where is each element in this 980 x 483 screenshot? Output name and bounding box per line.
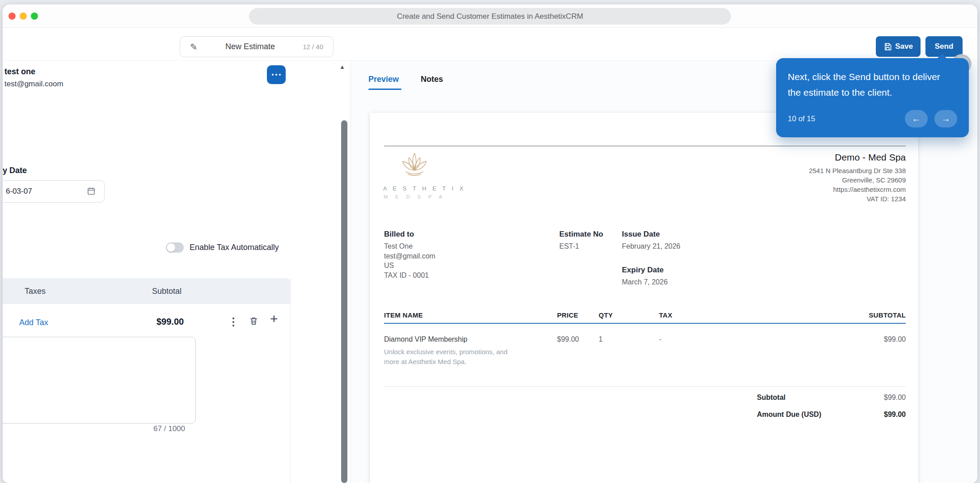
save-icon bbox=[883, 42, 892, 51]
line-items-table-header: Taxes Subtotal bbox=[3, 278, 291, 304]
doc-subtotal-value: $99.00 bbox=[884, 394, 906, 402]
tab-notes[interactable]: Notes bbox=[421, 75, 443, 84]
tour-tooltip: Next, click the Send button to deliver t… bbox=[776, 58, 969, 137]
company-name: Demo - Med Spa bbox=[809, 152, 906, 163]
tooltip-text: Next, click the Send button to deliver t… bbox=[788, 69, 942, 100]
item-qty: 1 bbox=[599, 335, 659, 343]
delete-row-button[interactable] bbox=[249, 316, 259, 327]
company-address-line1: 2541 N Pleasantburg Dr Ste 338 bbox=[809, 166, 906, 175]
item-name: Diamond VIP Membership bbox=[384, 335, 557, 343]
document-top-rule bbox=[384, 146, 906, 146]
issue-date-value: February 21, 2026 bbox=[622, 242, 680, 251]
logo-wordmark-line2: M E D S P A bbox=[383, 194, 446, 199]
item-description-line1: Unlock exclusive events, promotions, and bbox=[384, 347, 558, 357]
minimize-window-button[interactable] bbox=[20, 13, 27, 20]
doc-expiry-date-label: Expiry Date bbox=[622, 266, 680, 275]
dates-block: Issue Date February 21, 2026 Expiry Date… bbox=[622, 230, 680, 287]
titlebar: Create and Send Customer Estimates in Ae… bbox=[3, 4, 977, 28]
billing-meta-row: Billed to Test One test@gmail.com US TAX… bbox=[384, 230, 906, 287]
active-tab-indicator bbox=[368, 89, 401, 90]
more-options-button[interactable] bbox=[267, 65, 286, 84]
estimate-editor-panel: test one test@gmail.coom y Date Enable T… bbox=[3, 61, 351, 483]
estimate-no-block: Estimate No EST-1 bbox=[559, 230, 622, 287]
billed-to-tax-id: TAX ID - 0001 bbox=[384, 271, 559, 280]
item-tax: - bbox=[659, 335, 830, 343]
item-description-textarea[interactable] bbox=[3, 337, 196, 424]
estimate-document-preview: A E S T H E T I X M E D S P A Demo - Med… bbox=[370, 113, 918, 483]
billed-to-email: test@gmail.com bbox=[384, 251, 559, 261]
enable-tax-label: Enable Tax Automatically bbox=[190, 243, 279, 252]
window-title: Create and Send Customer Estimates in Ae… bbox=[249, 8, 731, 25]
tab-preview[interactable]: Preview bbox=[368, 75, 399, 84]
company-vat-id: VAT ID: 1234 bbox=[809, 194, 906, 203]
company-website: https://aesthetixcrm.com bbox=[809, 185, 906, 194]
doc-subtotal-label: Subtotal bbox=[757, 394, 786, 402]
totals-rule bbox=[384, 386, 906, 387]
description-char-counter: 67 / 1000 bbox=[92, 424, 185, 433]
amount-due-value: $99.00 bbox=[884, 411, 906, 419]
close-window-button[interactable] bbox=[8, 13, 16, 20]
billed-to-block: Billed to Test One test@gmail.com US TAX… bbox=[384, 230, 559, 287]
items-table-header: ITEM NAME PRICE QTY TAX SUBTOTAL bbox=[384, 311, 906, 319]
company-address-line2: Greenville, SC 29609 bbox=[809, 175, 906, 185]
zoom-window-button[interactable] bbox=[31, 13, 38, 20]
row-menu-button[interactable] bbox=[230, 318, 237, 326]
header-tax: TAX bbox=[659, 311, 830, 319]
lotus-icon bbox=[396, 150, 433, 180]
tour-prev-button[interactable]: ← bbox=[905, 110, 928, 127]
vertical-scrollbar[interactable] bbox=[341, 120, 347, 483]
ellipsis-icon bbox=[272, 74, 274, 76]
subtotal-column-header: Subtotal bbox=[152, 287, 182, 296]
items-header-rule bbox=[384, 323, 906, 324]
send-button-label: Send bbox=[935, 42, 954, 51]
logo-wordmark-line1: A E S T H E T I X bbox=[383, 185, 446, 192]
item-description: Unlock exclusive events, promotions, and… bbox=[384, 347, 558, 366]
toolbar: ✎ New Estimate 12 / 40 Save Send bbox=[3, 28, 977, 61]
item-row: Diamond VIP Membership $99.00 1 - $99.00 bbox=[384, 335, 906, 343]
trash-icon bbox=[249, 321, 259, 327]
save-button[interactable]: Save bbox=[876, 36, 921, 57]
line-item-subtotal: $99.00 bbox=[156, 317, 184, 327]
estimate-name-counter: 12 / 40 bbox=[303, 43, 323, 51]
estimate-name: New Estimate bbox=[198, 42, 303, 51]
item-subtotal: $99.00 bbox=[830, 335, 906, 343]
company-logo: A E S T H E T I X M E D S P A bbox=[383, 150, 446, 199]
billed-to-label: Billed to bbox=[384, 230, 559, 239]
issue-date-label: Issue Date bbox=[622, 230, 680, 239]
item-price: $99.00 bbox=[557, 335, 599, 343]
estimate-no-value: EST-1 bbox=[559, 242, 622, 251]
table-right-border bbox=[290, 278, 291, 483]
expiry-date-label: y Date bbox=[3, 166, 27, 175]
calendar-icon[interactable] bbox=[87, 186, 96, 197]
client-email: test@gmail.coom bbox=[4, 80, 63, 89]
save-button-label: Save bbox=[895, 42, 913, 51]
billed-to-country: US bbox=[384, 261, 559, 271]
header-price: PRICE bbox=[557, 311, 599, 319]
taxes-column-header: Taxes bbox=[25, 287, 46, 296]
add-row-button[interactable]: + bbox=[270, 311, 278, 326]
header-qty: QTY bbox=[599, 311, 659, 319]
tour-step-counter: 10 of 15 bbox=[788, 114, 815, 123]
company-info-block: Demo - Med Spa 2541 N Pleasantburg Dr St… bbox=[809, 152, 906, 203]
estimate-no-label: Estimate No bbox=[559, 230, 622, 239]
billed-to-name: Test One bbox=[384, 242, 559, 251]
doc-expiry-date-value: March 7, 2026 bbox=[622, 277, 680, 287]
client-name: test one bbox=[4, 67, 35, 76]
estimate-name-field[interactable]: ✎ New Estimate 12 / 40 bbox=[180, 36, 334, 57]
toggle-knob bbox=[167, 243, 175, 252]
header-item-name: ITEM NAME bbox=[384, 311, 557, 319]
tooltip-pointer bbox=[937, 54, 947, 59]
amount-due-label: Amount Due (USD) bbox=[757, 411, 821, 419]
item-description-line2: more at Aesthetix Med Spa. bbox=[384, 357, 558, 367]
add-tax-link[interactable]: Add Tax bbox=[19, 318, 48, 327]
header-subtotal: SUBTOTAL bbox=[830, 311, 906, 319]
scrollbar-up-arrow[interactable]: ▲ bbox=[339, 64, 345, 70]
enable-tax-toggle[interactable] bbox=[166, 242, 184, 253]
pencil-icon: ✎ bbox=[190, 42, 198, 52]
tour-next-button[interactable]: → bbox=[934, 110, 957, 127]
arrow-left-icon: ← bbox=[912, 114, 921, 124]
arrow-right-icon: → bbox=[942, 114, 950, 124]
